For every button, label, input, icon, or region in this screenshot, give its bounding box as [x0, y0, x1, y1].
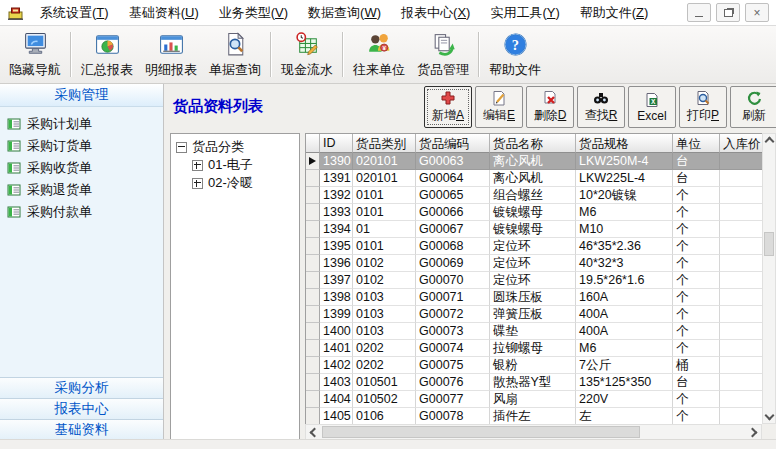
sidebar-item-label: 采购付款单 [27, 203, 92, 221]
toolbar-button-pie-report[interactable]: 汇总报表 [75, 28, 139, 81]
sidebar-section-purchase-analysis[interactable]: 采购分析 [0, 377, 163, 398]
toolbar-button-help[interactable]: ?帮助文件 [483, 28, 547, 81]
row-selector[interactable] [306, 323, 320, 340]
row-selector[interactable] [306, 289, 320, 306]
menu-item-help[interactable]: 帮助文件(Z) [570, 2, 659, 23]
sidebar-item-purchase-receipt[interactable]: 采购收货单 [0, 157, 163, 179]
row-selector[interactable] [306, 153, 320, 170]
column-header[interactable]: 入库价 [720, 134, 762, 153]
toolbar-button-label: 往来单位 [353, 61, 405, 79]
tree-expand-icon[interactable] [192, 178, 203, 189]
column-header[interactable]: ID [320, 134, 353, 153]
monitor-icon [22, 31, 49, 58]
toolbar-button-monitor[interactable]: 隐藏导航 [3, 28, 67, 81]
minimize-button[interactable] [687, 3, 711, 22]
row-selector[interactable] [306, 170, 320, 187]
tree-node-child-1[interactable]: 02-冷暖 [171, 174, 299, 192]
row-selector[interactable] [306, 221, 320, 238]
toolbar-button-cash-flow[interactable]: 现金流水 [275, 28, 339, 81]
row-selector[interactable] [306, 340, 320, 357]
row-selector[interactable] [306, 306, 320, 323]
table-cell: 020101 [353, 153, 416, 170]
sidebar-item-purchase-payment[interactable]: 采购付款单 [0, 201, 163, 223]
column-header[interactable]: 货品规格 [576, 134, 673, 153]
refresh-button[interactable]: 刷新 [730, 86, 776, 128]
tree-node-root[interactable]: 货品分类 [171, 138, 299, 156]
table-cell: G00066 [416, 204, 490, 221]
table-cell: 个 [673, 187, 720, 204]
print-button[interactable]: 打印P [679, 86, 727, 128]
table-row[interactable]: 14000103G00073碟垫400A个 [306, 323, 762, 340]
table-cell: 010501 [353, 374, 416, 391]
sidebar-item-purchase-return[interactable]: 采购退货单 [0, 179, 163, 201]
table-row[interactable]: 1390020101G00063离心风机LKW250M-4台 [306, 153, 762, 170]
row-selector[interactable] [306, 187, 320, 204]
column-header[interactable]: 货品编码 [416, 134, 490, 153]
table-cell: G00069 [416, 255, 490, 272]
toolbar-button-doc-search[interactable]: 单据查询 [203, 28, 267, 81]
table-row[interactable]: 14010202G00074拉铆螺母M6个 [306, 340, 762, 357]
column-header[interactable]: 单位 [673, 134, 720, 153]
toolbar-button-partners[interactable]: ¥往来单位 [347, 28, 411, 81]
refresh-icon [746, 90, 762, 106]
row-selector[interactable] [306, 272, 320, 289]
table-row[interactable]: 13930101G00066镀镍螺母M6个 [306, 204, 762, 221]
table-region: ID货品类别货品编码货品名称货品规格单位入库价1390020101G00063离… [305, 133, 776, 440]
toolbar-button-bar-report[interactable]: 明细报表 [139, 28, 203, 81]
menu-item-base-data[interactable]: 基础资料(U) [119, 2, 209, 23]
scroll-left-button[interactable] [306, 425, 321, 439]
column-header[interactable]: 货品类别 [353, 134, 416, 153]
row-selector[interactable] [306, 357, 320, 374]
find-button[interactable]: 查找R [577, 86, 625, 128]
table-row[interactable]: 1391020101G00064离心风机LKW225L-4台 [306, 170, 762, 187]
row-selector[interactable] [306, 238, 320, 255]
table-row[interactable]: 139401G00067镀镍螺母M10个 [306, 221, 762, 238]
table-cell: 个 [673, 391, 720, 408]
scroll-right-button[interactable] [746, 425, 761, 439]
scroll-down-button[interactable] [763, 410, 775, 423]
vertical-scrollbar[interactable] [762, 133, 776, 424]
row-selector[interactable] [306, 391, 320, 408]
menu-item-utilities[interactable]: 实用工具(Y) [480, 2, 569, 23]
horizontal-scrollbar[interactable] [305, 424, 762, 440]
toolbar-button-goods[interactable]: 货品管理 [411, 28, 475, 81]
row-selector[interactable] [306, 374, 320, 391]
table-cell: 0101 [353, 187, 416, 204]
tree-expand-icon[interactable] [192, 160, 203, 171]
column-header[interactable]: 货品名称 [490, 134, 576, 153]
delete-button[interactable]: 删除D [526, 86, 574, 128]
table-row[interactable]: 13950101G00068定位环46*35*2.36个 [306, 238, 762, 255]
row-selector[interactable] [306, 255, 320, 272]
sidebar-item-purchase-order[interactable]: 采购订货单 [0, 135, 163, 157]
add-button[interactable]: 新增A [424, 86, 472, 128]
sidebar-section-base-data[interactable]: 基础资料 [0, 419, 163, 440]
table-row[interactable]: 13920101G00065组合螺丝10*20镀镍个 [306, 187, 762, 204]
menu-item-system-settings[interactable]: 系统设置(T) [30, 2, 119, 23]
table-row[interactable]: 1403010501G00076散热器Y型135*125*350台 [306, 374, 762, 391]
table-row[interactable]: 14020202G00075银粉7公斤桶 [306, 357, 762, 374]
table-cell: 镀镍螺母 [490, 221, 576, 238]
table-row[interactable]: 1404010502G00077风扇220V个 [306, 391, 762, 408]
table-row[interactable]: 13970102G00070定位环19.5*26*1.6个 [306, 272, 762, 289]
menu-item-data-query[interactable]: 数据查询(W) [298, 2, 391, 23]
menu-item-report-center[interactable]: 报表中心(X) [391, 2, 480, 23]
table-row[interactable]: 13960102G00069定位环40*32*3个 [306, 255, 762, 272]
scroll-up-button[interactable] [763, 134, 775, 147]
table-row[interactable]: 14050106G00078插件左左个 [306, 408, 762, 424]
tree-node-child-0[interactable]: 01-电子 [171, 156, 299, 174]
sidebar-section-report-center[interactable]: 报表中心 [0, 398, 163, 419]
sidebar-item-purchase-plan[interactable]: 采购计划单 [0, 113, 163, 135]
table-row[interactable]: 13980103G00071圆珠压板160A个 [306, 289, 762, 306]
bar-report-icon [158, 31, 185, 58]
horizontal-scroll-thumb[interactable] [322, 426, 640, 438]
tree-collapse-icon[interactable] [176, 142, 187, 153]
excel-button[interactable]: XExcel [628, 86, 676, 128]
row-selector[interactable] [306, 408, 320, 424]
menu-item-business-types[interactable]: 业务类型(V) [209, 2, 298, 23]
edit-button[interactable]: 编辑E [475, 86, 523, 128]
row-selector[interactable] [306, 204, 320, 221]
vertical-scroll-thumb[interactable] [764, 232, 774, 256]
table-row[interactable]: 13990103G00072弹簧压板400A个 [306, 306, 762, 323]
restore-button[interactable] [716, 3, 740, 22]
close-button[interactable]: × [745, 3, 769, 22]
